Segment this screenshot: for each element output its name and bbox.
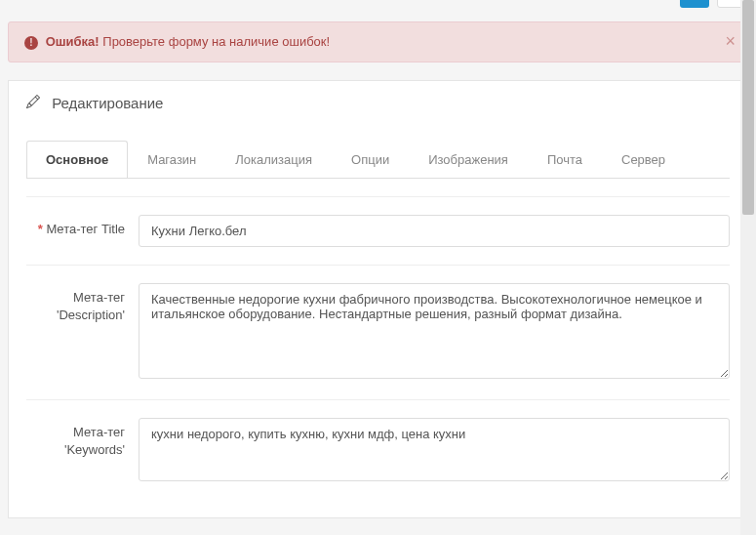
error-alert: ! Ошибка! Проверьте форму на наличие оши… xyxy=(8,21,748,62)
warning-icon: ! xyxy=(24,36,38,50)
tab-0[interactable]: Основное xyxy=(26,141,128,178)
close-icon[interactable]: × xyxy=(725,32,736,50)
meta-description-input[interactable]: Качественные недорогие кухни фабричного … xyxy=(139,283,730,379)
alert-bold: Ошибка! xyxy=(46,34,99,49)
alert-text: Проверьте форму на наличие ошибок! xyxy=(99,34,330,49)
tab-1[interactable]: Магазин xyxy=(128,141,216,178)
pencil-icon xyxy=(26,95,40,111)
scrollbar-track[interactable] xyxy=(740,0,756,535)
tab-4[interactable]: Изображения xyxy=(409,141,528,178)
panel-heading: Редактирование xyxy=(9,81,747,125)
meta-description-group: Мета-тег 'Description' Качественные недо… xyxy=(26,265,730,399)
tab-5[interactable]: Почта xyxy=(528,141,602,178)
meta-keywords-label: Мета-тег 'Keywords' xyxy=(26,418,139,484)
meta-title-label: * Мета-тег Title xyxy=(26,215,139,247)
meta-title-input[interactable] xyxy=(139,215,730,247)
meta-description-label: Мета-тег 'Description' xyxy=(26,283,139,382)
tab-2[interactable]: Локализация xyxy=(216,141,332,178)
meta-keywords-group: Мета-тег 'Keywords' кухни недорого, купи… xyxy=(26,399,730,502)
top-bar xyxy=(8,0,748,12)
edit-panel: Редактирование ОсновноеМагазинЛокализаци… xyxy=(8,80,748,518)
save-button[interactable] xyxy=(680,0,709,8)
meta-title-group: * Мета-тег Title xyxy=(26,196,730,265)
meta-keywords-input[interactable]: кухни недорого, купить кухню, кухни мдф,… xyxy=(139,418,730,481)
tabs: ОсновноеМагазинЛокализацияОпцииИзображен… xyxy=(26,141,730,179)
panel-title: Редактирование xyxy=(52,95,163,111)
tab-6[interactable]: Сервер xyxy=(602,141,685,178)
tab-3[interactable]: Опции xyxy=(332,141,409,178)
scrollbar-thumb[interactable] xyxy=(742,0,754,215)
